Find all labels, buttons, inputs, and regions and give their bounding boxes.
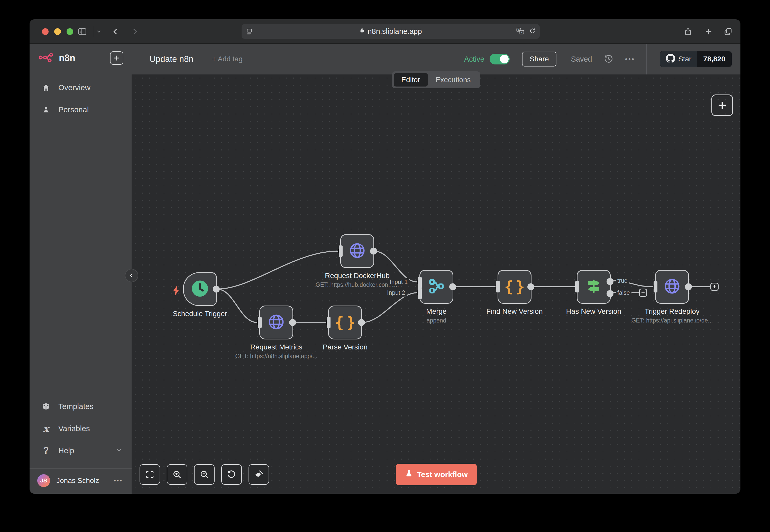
node-request-metrics[interactable]: Request Metrics GET: https://n8n.sliplan… xyxy=(259,306,293,339)
new-tab-icon[interactable] xyxy=(704,19,713,44)
sidebar-item-label: Variables xyxy=(58,424,90,433)
sidebar-item-variables[interactable]: x Variables xyxy=(30,417,131,440)
url-text: n8n.sliplane.app xyxy=(368,27,422,36)
node-schedule-trigger[interactable]: Schedule Trigger xyxy=(183,272,217,306)
share-page-icon[interactable] xyxy=(684,19,692,44)
node-trigger-redeploy[interactable]: Trigger Redeploy GET: https://api.slipla… xyxy=(655,270,689,304)
workflow-canvas[interactable]: Input 1 Input 2 true false xyxy=(131,74,740,494)
node-subtitle: append xyxy=(393,317,480,324)
browser-toolbar: n8n.sliplane.app Ax xyxy=(30,19,740,44)
sidebar-collapse-button[interactable] xyxy=(125,269,138,282)
output-port-true[interactable] xyxy=(607,278,614,285)
chevron-down-icon xyxy=(116,446,122,455)
reset-view-button[interactable] xyxy=(221,464,242,485)
variable-x-icon: x xyxy=(40,424,52,433)
node-find-new-version[interactable]: {} Find New Version xyxy=(497,270,531,304)
star-count: 78,820 xyxy=(697,51,731,67)
node-subtitle: GET: https://api.sliplane.io/de... xyxy=(629,317,716,324)
output-port[interactable] xyxy=(358,319,365,326)
output-port[interactable] xyxy=(685,283,692,290)
chevron-down-icon[interactable] xyxy=(96,19,102,44)
logo-text: n8n xyxy=(59,53,110,63)
reader-icon[interactable] xyxy=(246,24,253,39)
node-label: Request DockerHub xyxy=(314,272,401,280)
input-port[interactable] xyxy=(496,281,500,292)
fit-view-button[interactable] xyxy=(139,464,160,485)
globe-icon xyxy=(664,278,681,296)
zoom-window-button[interactable] xyxy=(67,28,73,35)
open-nodes-panel-button[interactable] xyxy=(711,94,733,116)
zoom-in-button[interactable] xyxy=(167,464,187,485)
node-subtitle: GET: https://hub.docker.com/v... xyxy=(314,281,401,288)
question-icon: ? xyxy=(40,446,52,455)
add-node-button-redeploy[interactable] xyxy=(710,283,719,291)
node-subtitle: GET: https://n8n.sliplane.app/... xyxy=(233,353,320,360)
active-toggle[interactable] xyxy=(490,54,510,64)
node-has-new-version[interactable]: Has New Version xyxy=(577,270,611,304)
more-options-icon[interactable]: ••• xyxy=(625,55,635,63)
output-port-false[interactable] xyxy=(607,290,614,297)
test-workflow-button[interactable]: Test workflow xyxy=(396,464,477,485)
add-tag-button[interactable]: + Add tag xyxy=(212,55,243,63)
tab-overview-icon[interactable] xyxy=(724,19,733,44)
sidebar-item-personal[interactable]: Personal xyxy=(30,99,131,121)
zoom-out-button[interactable] xyxy=(194,464,215,485)
input-port[interactable] xyxy=(654,281,658,292)
workflow-title[interactable]: Update n8n xyxy=(149,54,194,64)
output-port[interactable] xyxy=(370,248,377,255)
input-port[interactable] xyxy=(339,245,343,257)
sidebar-item-help[interactable]: ? Help xyxy=(30,440,131,462)
input-port-1[interactable] xyxy=(418,277,422,288)
user-menu[interactable]: JS Jonas Scholz ••• xyxy=(30,468,131,494)
tab-executions[interactable]: Executions xyxy=(428,73,478,87)
star-label: Star xyxy=(678,55,691,63)
node-label: Merge xyxy=(393,307,480,316)
add-workflow-button[interactable] xyxy=(110,51,123,65)
share-button[interactable]: Share xyxy=(522,52,557,67)
tidy-up-button[interactable] xyxy=(249,464,269,485)
active-label: Active xyxy=(464,55,484,63)
input-port-2[interactable] xyxy=(418,288,422,299)
close-window-button[interactable] xyxy=(42,28,49,35)
add-node-button-false-branch[interactable] xyxy=(639,289,647,297)
output-port[interactable] xyxy=(527,283,534,290)
code-braces-icon: {} xyxy=(332,314,358,331)
output-port[interactable] xyxy=(289,319,296,326)
sidebar-item-label: Help xyxy=(58,446,116,455)
node-merge[interactable]: Merge append xyxy=(419,270,453,304)
minimize-window-button[interactable] xyxy=(54,28,61,35)
user-more-icon[interactable]: ••• xyxy=(114,477,123,484)
tab-editor[interactable]: Editor xyxy=(393,73,428,87)
merge-input2-label: Input 2 xyxy=(386,289,407,297)
svg-text:x: x xyxy=(521,31,522,34)
forward-button[interactable] xyxy=(130,19,139,44)
input-port[interactable] xyxy=(327,317,331,328)
toolbar-divider xyxy=(93,26,93,37)
merge-icon xyxy=(428,278,445,296)
github-star-widget[interactable]: Star 78,820 xyxy=(660,51,732,67)
node-label: Find New Version xyxy=(471,307,558,316)
test-workflow-label: Test workflow xyxy=(417,470,468,479)
node-label: Parse Version xyxy=(302,343,389,351)
sidebar-item-templates[interactable]: Templates xyxy=(30,395,131,417)
back-button[interactable] xyxy=(111,19,120,44)
workflow-header: Update n8n + Add tag Active Share Saved … xyxy=(131,44,740,74)
input-port[interactable] xyxy=(575,281,579,292)
reload-icon[interactable] xyxy=(529,27,536,36)
sidebar-item-overview[interactable]: Overview xyxy=(30,77,131,99)
output-port[interactable] xyxy=(449,283,456,290)
sidebar-item-label: Personal xyxy=(58,105,89,114)
node-parse-version[interactable]: {} Parse Version xyxy=(328,306,362,339)
node-label: Schedule Trigger xyxy=(156,310,244,318)
user-name: Jonas Scholz xyxy=(56,477,114,485)
translate-icon[interactable]: Ax xyxy=(516,27,525,36)
node-label: Trigger Redeploy xyxy=(629,307,716,316)
node-request-dockerhub[interactable]: Request DockerHub GET: https://hub.docke… xyxy=(340,234,374,268)
sidebar-toggle-icon[interactable] xyxy=(77,19,87,44)
flask-icon xyxy=(405,469,413,480)
input-port[interactable] xyxy=(258,317,262,328)
history-icon[interactable] xyxy=(604,54,613,64)
output-port[interactable] xyxy=(213,286,220,293)
address-bar[interactable]: n8n.sliplane.app Ax xyxy=(242,24,540,39)
clock-icon xyxy=(191,279,209,299)
